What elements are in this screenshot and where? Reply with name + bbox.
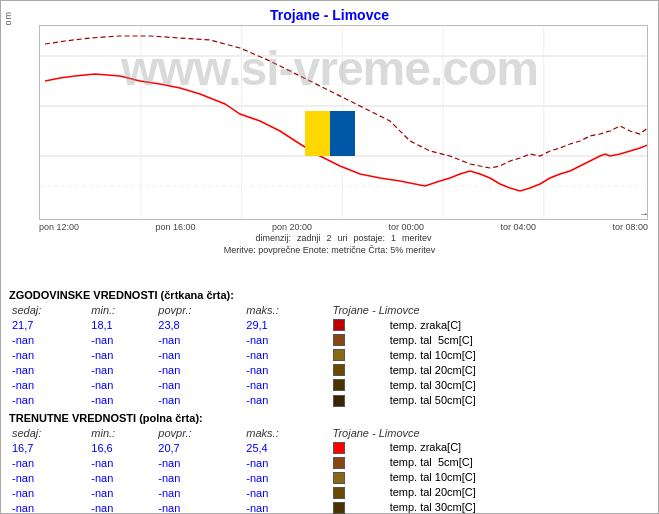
table-row: -nan-nan-nan-nan: [9, 500, 330, 514]
list-item: temp. zraka[C]: [330, 440, 651, 455]
zgodovinske-table-wrap: sedaj: min.: povpr.: maks.: 21,718,123,8…: [9, 303, 650, 408]
x-label-0: pon 12:00: [39, 222, 79, 232]
list-item: temp. zraka[C]: [330, 317, 651, 332]
col-maks: maks.:: [243, 303, 329, 318]
zgodovinske-right-table: Trojane - Limovce temp. zraka[C] temp. t…: [330, 303, 651, 408]
x-axis-arrow: →: [639, 208, 648, 219]
zgodovinske-left-table: sedaj: min.: povpr.: maks.: 21,718,123,8…: [9, 303, 330, 408]
trenutne-table-wrap: sedaj: min.: povpr.: maks.: 16,716,620,7…: [9, 426, 650, 514]
list-item: temp. tal 5cm[C]: [330, 332, 651, 347]
trenutne-right-table: Trojane - Limovce temp. zraka[C] temp. t…: [330, 426, 651, 514]
color-swatch: [333, 487, 345, 499]
list-item: temp. tal 20cm[C]: [330, 485, 651, 500]
x-label-2: pon 20:00: [272, 222, 312, 232]
table-row: -nan-nan-nan-nan: [9, 470, 330, 485]
list-item: temp. tal 50cm[C]: [330, 392, 651, 407]
list-item: temp. tal 10cm[C]: [330, 347, 651, 362]
col-min2: min.:: [88, 426, 155, 441]
col-povpr: povpr.:: [155, 303, 243, 318]
data-section: ZGODOVINSKE VREDNOSTI (črtkana črta): se…: [9, 289, 650, 514]
col-povpr2: povpr.:: [155, 426, 243, 441]
col-sedaj2: sedaj:: [9, 426, 88, 441]
table-row: -nan-nan-nan-nan: [9, 393, 330, 408]
table-row: 16,716,620,725,4: [9, 441, 330, 456]
table-row: -nan-nan-nan-nan: [9, 485, 330, 500]
table-row: -nan-nan-nan-nan: [9, 455, 330, 470]
x-label-4: tor 04:00: [500, 222, 536, 232]
table-row: -nan-nan-nan-nan: [9, 348, 330, 363]
col-min: min.:: [88, 303, 155, 318]
color-swatch: [333, 502, 345, 514]
chart-title: Trojane - Limovce: [1, 1, 658, 25]
svg-rect-10: [330, 111, 355, 156]
color-swatch: [333, 334, 345, 346]
chart-svg: [40, 26, 647, 219]
col-maks2: maks.:: [243, 426, 329, 441]
list-item: temp. tal 30cm[C]: [330, 500, 651, 514]
list-item: temp. tal 30cm[C]: [330, 377, 651, 392]
color-swatch: [333, 364, 345, 376]
x-axis-labels: pon 12:00 pon 16:00 pon 20:00 tor 00:00 …: [39, 220, 648, 232]
list-item: temp. tal 20cm[C]: [330, 362, 651, 377]
table-row: 21,718,123,829,1: [9, 318, 330, 333]
color-swatch: [333, 379, 345, 391]
table-row: -nan-nan-nan-nan: [9, 333, 330, 348]
list-item: temp. tal 5cm[C]: [330, 455, 651, 470]
main-container: www.si-vreme.com Trojane - Limovce www.s…: [0, 0, 659, 514]
trenutne-col-headers: sedaj: min.: povpr.: maks.:: [9, 426, 330, 441]
list-item: temp. tal 10cm[C]: [330, 470, 651, 485]
col-header-right: Trojane - Limovce: [330, 303, 651, 317]
zgodovinske-col-headers: sedaj: min.: povpr.: maks.:: [9, 303, 330, 318]
col-sedaj: sedaj:: [9, 303, 88, 318]
color-swatch: [333, 319, 345, 331]
trenutne-left-table: sedaj: min.: povpr.: maks.: 16,716,620,7…: [9, 426, 330, 514]
color-swatch: [333, 472, 345, 484]
color-swatch: [333, 442, 345, 454]
x-label-1: pon 16:00: [156, 222, 196, 232]
table-row: -nan-nan-nan-nan: [9, 363, 330, 378]
meritve-line: Meritve: povprečne Enote: metrične Črta:…: [1, 245, 658, 255]
dimension-line: dimenzij: zadnji 2 uri postaje: 1 merite…: [39, 232, 648, 243]
color-swatch: [333, 349, 345, 361]
color-swatch: [333, 395, 345, 407]
trenutne-header: TRENUTNE VREDNOSTI (polna črta):: [9, 412, 650, 424]
table-row: -nan-nan-nan-nan: [9, 378, 330, 393]
x-label-5: tor 08:00: [612, 222, 648, 232]
col-header-right2: Trojane - Limovce: [330, 426, 651, 440]
x-label-3: tor 00:00: [389, 222, 425, 232]
chart-area: 28 20: [1, 25, 658, 285]
color-swatch: [333, 457, 345, 469]
zgodovinske-header: ZGODOVINSKE VREDNOSTI (črtkana črta):: [9, 289, 650, 301]
